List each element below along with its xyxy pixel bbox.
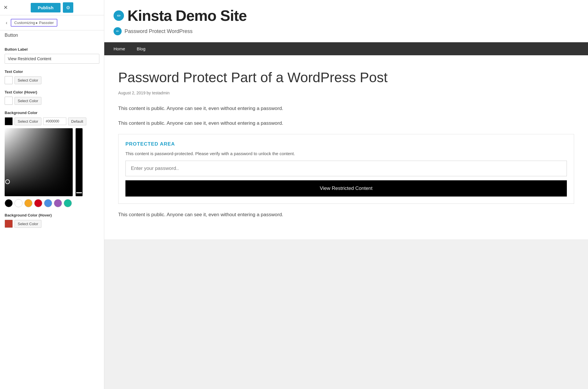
post-text-1: This content is public. Anyone can see i…: [118, 104, 574, 112]
text-color-hover-row: Select Color: [5, 97, 99, 105]
site-subtitle: Password Protect WordPress: [125, 28, 193, 34]
text-color-hover-label: Text Color (Hover): [5, 90, 99, 94]
bg-color-select-button[interactable]: Select Color: [14, 118, 41, 125]
bg-color-hover-label: Background Color (Hover): [5, 213, 99, 217]
site-title-edit-icon[interactable]: ✏: [114, 10, 124, 21]
site-subtitle-row: ✏ Password Protect WordPress: [114, 27, 579, 35]
post-text-3: This content is public. Anyone can see i…: [118, 211, 574, 219]
back-button[interactable]: ‹: [5, 20, 8, 25]
nav-item-home[interactable]: Home: [114, 42, 125, 55]
view-restricted-button[interactable]: View Restricted Content: [125, 180, 567, 197]
preview-panel: ✏ Kinsta Demo Site ✏ Password Protect Wo…: [104, 0, 588, 389]
bg-color-row: Select Color Default: [5, 117, 99, 125]
hue-bar[interactable]: [76, 128, 83, 196]
swatch-black[interactable]: [5, 199, 13, 207]
top-bar: ✕ Publish ⚙: [0, 0, 104, 15]
site-subtitle-edit-icon[interactable]: ✏: [114, 27, 122, 35]
swatch-white[interactable]: [14, 199, 23, 207]
gradient-picker[interactable]: [5, 128, 73, 196]
bg-color-default-button[interactable]: Default: [68, 118, 86, 125]
bg-color-hex-input[interactable]: [43, 118, 66, 125]
text-color-hover-swatch[interactable]: [5, 97, 13, 105]
bg-color-group: Background Color Select Color Default: [5, 111, 99, 207]
close-button[interactable]: ✕: [3, 4, 8, 11]
bg-color-hover-group: Background Color (Hover) Select Color: [5, 213, 99, 228]
nav-bar: Home Blog: [104, 42, 588, 55]
section-title: Button: [0, 30, 104, 43]
text-color-hover-select-button[interactable]: Select Color: [14, 97, 41, 105]
post-meta: August 2, 2019 by testadmin: [118, 91, 574, 95]
customizer-panel: ✕ Publish ⚙ ‹ Customizing ▸ Passster But…: [0, 0, 104, 389]
protected-label: PROTECTED AREA: [125, 141, 567, 147]
protected-area: PROTECTED AREA This content is password-…: [118, 134, 574, 204]
button-label-input[interactable]: [5, 54, 99, 64]
text-color-label: Text Color: [5, 69, 99, 74]
protected-desc: This content is password-protected. Plea…: [125, 151, 567, 156]
bg-color-swatch[interactable]: [5, 117, 13, 125]
bg-color-hover-row: Select Color: [5, 220, 99, 228]
main-content: Password Protect Part of a WordPress Pos…: [104, 55, 588, 239]
password-input-wrap: [125, 161, 567, 176]
post-title: Password Protect Part of a WordPress Pos…: [118, 69, 574, 86]
text-color-group: Text Color Select Color: [5, 69, 99, 84]
breadcrumb[interactable]: Customizing ▸ Passster: [11, 19, 57, 27]
gradient-handle[interactable]: [5, 179, 10, 184]
bg-color-label: Background Color: [5, 111, 99, 115]
bg-color-hover-select-button[interactable]: Select Color: [14, 220, 41, 228]
site-header: ✏ Kinsta Demo Site ✏ Password Protect Wo…: [104, 0, 588, 42]
swatch-purple[interactable]: [54, 199, 62, 207]
gear-button[interactable]: ⚙: [63, 2, 73, 13]
swatch-yellow[interactable]: [24, 199, 32, 207]
site-title: Kinsta Demo Site: [127, 7, 247, 24]
breadcrumb-bar: ‹ Customizing ▸ Passster: [0, 15, 104, 30]
post-text-2: This content is public. Anyone can see i…: [118, 119, 574, 127]
color-picker: [5, 128, 99, 196]
password-input[interactable]: [126, 161, 567, 176]
site-title-row: ✏ Kinsta Demo Site: [114, 7, 579, 24]
swatch-blue[interactable]: [44, 199, 52, 207]
text-color-row: Select Color: [5, 76, 99, 84]
swatch-red[interactable]: [34, 199, 42, 207]
button-label-label: Button Label: [5, 47, 99, 52]
nav-item-blog[interactable]: Blog: [137, 42, 145, 55]
text-color-select-button[interactable]: Select Color: [14, 76, 41, 84]
bg-color-hover-swatch[interactable]: [5, 220, 13, 228]
swatch-teal[interactable]: [64, 199, 72, 207]
hue-handle[interactable]: [76, 192, 82, 193]
panel-content: Button Label Text Color Select Color Tex…: [0, 43, 104, 389]
text-color-hover-group: Text Color (Hover) Select Color: [5, 90, 99, 105]
color-swatches-row: [5, 199, 99, 207]
publish-button[interactable]: Publish: [31, 3, 60, 12]
text-color-swatch[interactable]: [5, 76, 13, 84]
button-label-group: Button Label: [5, 47, 99, 64]
